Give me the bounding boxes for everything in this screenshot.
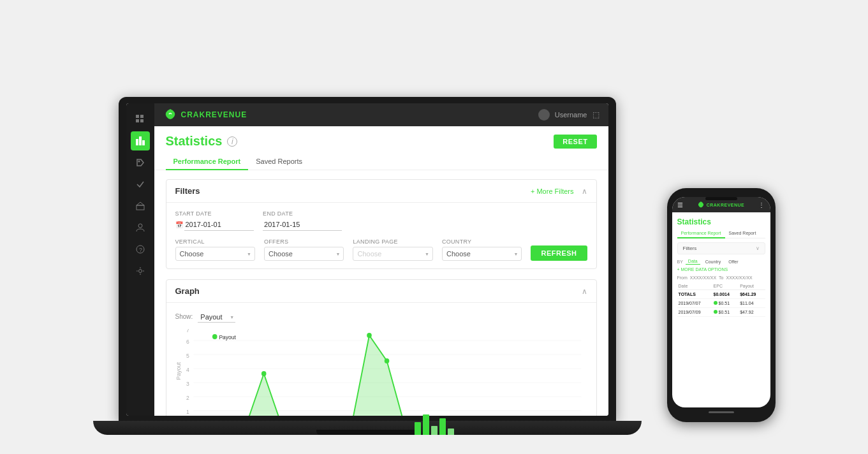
more-filters-button[interactable]: + More Filters	[531, 187, 574, 195]
phone-filters-chevron: ∨	[756, 245, 760, 251]
offers-select-wrapper: Choose	[264, 247, 344, 261]
phone-by-tab-country[interactable]: Country	[703, 259, 724, 265]
calendar-icon: 📅	[175, 221, 183, 228]
start-date-input[interactable]	[184, 219, 254, 231]
phone-screen: ☰ CRAKREVENUE ⋮ Statistics	[672, 197, 770, 407]
phone-totals-payout: $641.29	[739, 290, 765, 299]
sidebar-icon-tag[interactable]	[131, 153, 150, 172]
graph-body: Show: Payout	[166, 303, 596, 416]
phone-col-date: Date	[677, 282, 712, 290]
svg-rect-1	[140, 115, 143, 118]
country-select[interactable]: Choose	[442, 247, 522, 261]
filters-section: Filters + More Filters ∧ St	[166, 179, 597, 269]
landing-page-select[interactable]: Choose	[353, 247, 432, 261]
page-title: Statistics	[166, 134, 223, 149]
sidebar-icon-stats[interactable]	[131, 131, 150, 150]
svg-text:5: 5	[186, 353, 189, 359]
phone-totals-label: TOTALS	[677, 290, 712, 299]
bar-5	[448, 428, 454, 435]
filters-header: Filters + More Filters ∧	[166, 180, 596, 203]
svg-point-43	[367, 333, 372, 338]
phone-filters-label: Filters	[683, 245, 697, 251]
show-select-wrapper: Payout	[198, 311, 235, 323]
bar-item	[431, 426, 438, 435]
graph-chevron-icon[interactable]: ∧	[582, 287, 587, 296]
tab-saved-reports[interactable]: Saved Reports	[248, 154, 310, 170]
landing-page-label: Landing Page	[353, 238, 432, 245]
svg-point-13	[138, 270, 142, 273]
graph-header: Graph ∧	[166, 280, 596, 303]
phone-date-row: From XXXX/XX/XX To XXXX/XX/XX	[677, 275, 765, 280]
vertical-select[interactable]: Choose	[175, 247, 255, 261]
phone-by-tab-offer[interactable]: Offer	[726, 259, 740, 265]
filters-title: Filters	[175, 186, 200, 196]
phone-device: ☰ CRAKREVENUE ⋮ Statistics	[667, 188, 776, 422]
phone-home-indicator	[709, 411, 734, 413]
phone-by-tab-data[interactable]: Data	[686, 258, 700, 265]
phone-notch	[705, 197, 737, 200]
filters-chevron-icon[interactable]: ∧	[582, 187, 587, 196]
sidebar-icon-user[interactable]	[131, 218, 150, 237]
phone-page-title: Statistics	[677, 217, 765, 226]
logo-text: CRAKREVENUE	[181, 110, 247, 119]
show-row: Show: Payout	[175, 311, 587, 323]
laptop-screen-inner: ?	[126, 103, 608, 416]
phone-by-label: BY	[677, 260, 683, 264]
end-date-input[interactable]	[263, 219, 342, 231]
chart-container: 0 1 2 3 4 5 6 7 Pay	[175, 329, 587, 416]
user-avatar	[538, 109, 550, 121]
sidebar: ?	[126, 103, 154, 416]
sidebar-icon-settings[interactable]	[131, 261, 150, 281]
svg-point-7	[138, 161, 140, 163]
sidebar-icon-help[interactable]: ?	[131, 240, 150, 259]
phone-logo-text: CRAKREVENUE	[707, 203, 745, 207]
logo-area: CRAKREVENUE	[163, 108, 247, 122]
svg-point-44	[384, 358, 389, 363]
svg-text:6: 6	[186, 339, 189, 345]
country-group: Country Choose	[442, 238, 522, 261]
phone-tabs: Performance Report Saved Report	[677, 229, 765, 238]
info-icon[interactable]: i	[227, 136, 237, 147]
content-header: Statistics i RESET Performance Report Sa…	[154, 126, 608, 170]
refresh-button[interactable]: REFRESH	[531, 245, 587, 261]
svg-point-10	[138, 224, 142, 228]
filter-row-dropdowns: Vertical Choose Offers	[175, 238, 587, 261]
page-title-group: Statistics i	[166, 134, 238, 149]
filters-body: Start Date 📅 End Date	[166, 203, 596, 268]
logout-icon[interactable]: ⬚	[592, 110, 600, 119]
phone-totals-epc: $0.0014	[712, 290, 739, 299]
graph-section: Graph ∧ Show: Payout	[166, 279, 597, 416]
svg-rect-8	[136, 205, 144, 210]
phone-menu-icon[interactable]: ☰	[677, 201, 683, 209]
phone-from-label: From	[677, 275, 688, 280]
phone-col-epc: EPC	[712, 282, 739, 290]
phone-row2-date: 2019/07/09	[677, 308, 712, 317]
svg-rect-0	[136, 115, 139, 118]
svg-point-30	[212, 334, 217, 339]
phone-tab-saved[interactable]: Saved Report	[725, 229, 760, 238]
offers-select[interactable]: Choose	[264, 247, 344, 261]
top-nav: CRAKREVENUE Username ⬚	[154, 103, 608, 126]
svg-rect-3	[140, 119, 143, 122]
content-body: Filters + More Filters ∧ St	[154, 170, 608, 416]
tab-performance-report[interactable]: Performance Report	[166, 154, 249, 170]
bar-2	[423, 414, 429, 435]
phone-more-data-button[interactable]: + MORE DATA OPTIONS	[677, 267, 765, 272]
svg-text:4: 4	[186, 367, 189, 373]
reset-button[interactable]: RESET	[554, 135, 596, 149]
phone-tab-performance[interactable]: Performance Report	[677, 229, 725, 238]
phone-filters-row[interactable]: Filters ∨	[677, 242, 765, 254]
country-label: Country	[442, 238, 522, 245]
sidebar-icon-grid[interactable]	[131, 110, 150, 129]
phone-table: Date EPC Payout TOTALS $0.0014 $641.29	[677, 282, 765, 317]
logo-crak: CRAK	[181, 110, 206, 119]
svg-rect-2	[136, 119, 139, 122]
svg-rect-5	[139, 136, 142, 145]
start-date-label: Start Date	[175, 210, 254, 217]
show-select[interactable]: Payout	[198, 312, 235, 323]
phone-more-icon[interactable]: ⋮	[758, 201, 765, 209]
sidebar-icon-bank[interactable]	[131, 196, 150, 216]
svg-rect-4	[136, 139, 138, 145]
sidebar-icon-check[interactable]	[131, 175, 150, 194]
svg-marker-9	[136, 202, 144, 205]
